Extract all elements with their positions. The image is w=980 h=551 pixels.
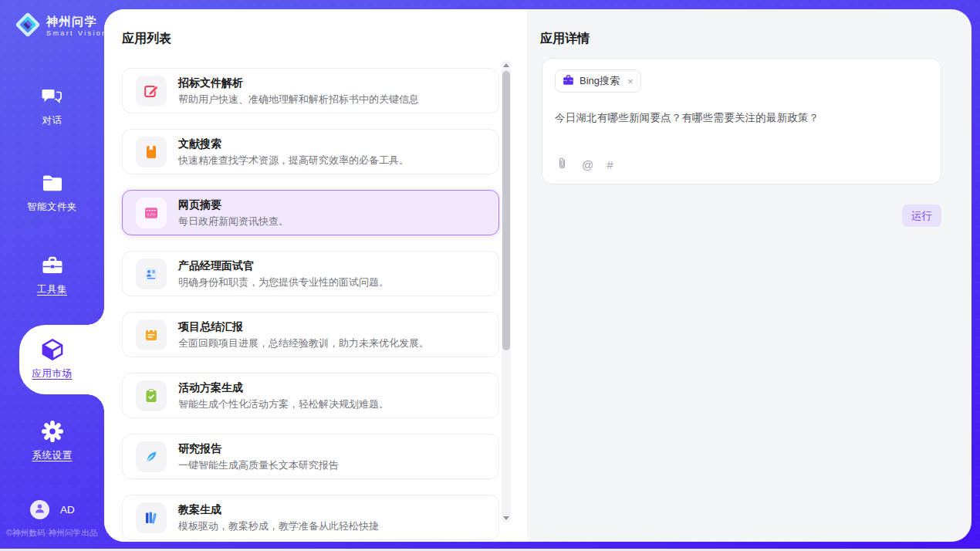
app-card-title: 教案生成 (178, 503, 379, 516)
book-icon (136, 137, 167, 167)
app-detail-title: 应用详情 (540, 31, 972, 47)
user-avatar[interactable] (30, 500, 49, 519)
list-scrollbar[interactable] (502, 60, 511, 523)
app-card-title: 网页摘要 (178, 198, 289, 211)
app-card-desc: 快速精准查找学术资源，提高研究效率的必备工具。 (178, 154, 409, 167)
app-list-title: 应用列表 (122, 31, 499, 47)
diamond-logo-icon (14, 11, 42, 42)
cube-icon (41, 338, 64, 361)
sidebar-item-chat[interactable]: 对话 (0, 85, 104, 127)
books-icon (136, 502, 167, 533)
prompt-text[interactable]: 今日湖北有哪些新闻要点？有哪些需要关注的最新政策？ (555, 111, 928, 125)
mention-icon[interactable]: @ (582, 158, 593, 171)
app-card-desc: 每日政府新闻资讯快查。 (178, 215, 289, 228)
sidebar-item-app-market[interactable]: 应用市场 (0, 338, 104, 380)
briefcase-icon (563, 75, 574, 88)
calendar-icon (136, 319, 167, 350)
app-card-title: 活动方案生成 (178, 381, 389, 394)
tool-tag-label: Bing搜索 (580, 74, 620, 88)
user-row: AD (30, 500, 75, 519)
app-card-title: 文献搜索 (178, 137, 409, 150)
sidebar-item-settings[interactable]: 系统设置 (0, 420, 104, 462)
paperclip-icon[interactable] (556, 156, 569, 174)
app-card-desc: 一键智能生成高质量长文本研究报告 (178, 459, 339, 472)
interview-doc-icon (136, 259, 167, 289)
clipboard-check-icon (136, 380, 167, 411)
app-card-event-plan[interactable]: 活动方案生成 智能生成个性化活动方案，轻松解决规划难题。 (122, 373, 499, 418)
tool-tag-bing-search[interactable]: Bing搜索 × (555, 69, 641, 93)
sidebar-item-label: 智能文件夹 (27, 201, 77, 214)
run-button[interactable]: 运行 (902, 205, 941, 227)
sidebar-item-label: 对话 (42, 114, 63, 127)
user-name: AD (60, 504, 75, 516)
sidebar-item-toolset[interactable]: 工具集 (0, 254, 104, 296)
app-card-desc: 全面回顾项目进展，总结经验教训，助力未来优化发展。 (178, 337, 429, 350)
quill-icon (136, 441, 167, 472)
sidebar-item-label: 应用市场 (32, 367, 73, 380)
sidebar-item-smart-folder[interactable]: 智能文件夹 (0, 171, 104, 214)
app-card-pm-interviewer[interactable]: 产品经理面试官 明确身份和职责，为您提供专业性的面试问题。 (122, 251, 499, 296)
app-card-lesson-plan[interactable]: 教案生成 模板驱动，教案秒成，教学准备从此轻松快捷 (122, 495, 499, 540)
app-card-literature-search[interactable]: 文献搜索 快速精准查找学术资源，提高研究效率的必备工具。 (122, 129, 499, 174)
app-card-title: 招标文件解析 (178, 76, 419, 90)
prompt-card: Bing搜索 × 今日湖北有哪些新闻要点？有哪些需要关注的最新政策？ @ # (542, 58, 941, 184)
close-icon[interactable]: × (627, 76, 634, 87)
composer-toolbar: @ # (556, 156, 613, 174)
person-icon (34, 502, 46, 517)
app-card-desc: 模板驱动，教案秒成，教学准备从此轻松快捷 (178, 520, 379, 532)
doc-edit-icon (136, 76, 167, 106)
brand-title: 神州问学 (46, 15, 108, 29)
browser-code-icon: </> (136, 198, 167, 228)
scroll-down-icon[interactable] (503, 516, 509, 520)
scrollbar-thumb[interactable] (502, 71, 510, 350)
app-card-title: 产品经理面试官 (178, 259, 389, 272)
app-card-project-summary[interactable]: 项目总结汇报 全面回顾项目进展，总结经验教训，助力未来优化发展。 (122, 312, 499, 357)
app-card-tender-analysis[interactable]: 招标文件解析 帮助用户快速、准确地理解和解析招标书中的关键信息 (122, 68, 499, 113)
app-window: { "brand": { "title": "神州问学", "subtitle"… (0, 0, 980, 551)
app-list-panel: 应用列表 招标文件解析 帮助用户快速、准确地理解和解析招标书中的关键信息 (104, 9, 527, 542)
scroll-up-icon[interactable] (503, 63, 509, 67)
app-card-desc: 明确身份和职责，为您提供专业性的面试问题。 (178, 276, 389, 289)
app-card-desc: 帮助用户快速、准确地理解和解析招标书中的关键信息 (178, 93, 419, 106)
app-detail-panel: 应用详情 Bing搜索 × 今日湖北有哪些新闻要点？有哪些需要关注的最新政策？ (527, 9, 972, 542)
gear-icon (41, 420, 64, 443)
app-card-title: 项目总结汇报 (178, 320, 429, 333)
content-shell: 应用列表 招标文件解析 帮助用户快速、准确地理解和解析招标书中的关键信息 (104, 9, 972, 542)
app-card-desc: 智能生成个性化活动方案，轻松解决规划难题。 (178, 398, 389, 411)
sidebar-item-label: 系统设置 (32, 449, 73, 462)
chat-icon (42, 85, 63, 108)
app-card-research-report[interactable]: 研究报告 一键智能生成高质量长文本研究报告 (122, 434, 499, 479)
run-row: 运行 (542, 205, 941, 227)
brand-subtitle: Smart Vision (46, 29, 108, 37)
hash-icon[interactable]: # (607, 158, 613, 171)
brand-logo: 神州问学 Smart Vision (14, 11, 108, 42)
copyright-footer: ©神州数码·神州问学出品 (6, 528, 105, 539)
toolbox-icon (42, 254, 63, 277)
app-card-title: 研究报告 (178, 442, 339, 455)
svg-text:</>: </> (147, 212, 156, 218)
sidebar-item-label: 工具集 (37, 283, 67, 296)
folder-icon (42, 171, 63, 194)
app-card-web-summary[interactable]: </> 网页摘要 每日政府新闻资讯快查。 (122, 190, 499, 235)
